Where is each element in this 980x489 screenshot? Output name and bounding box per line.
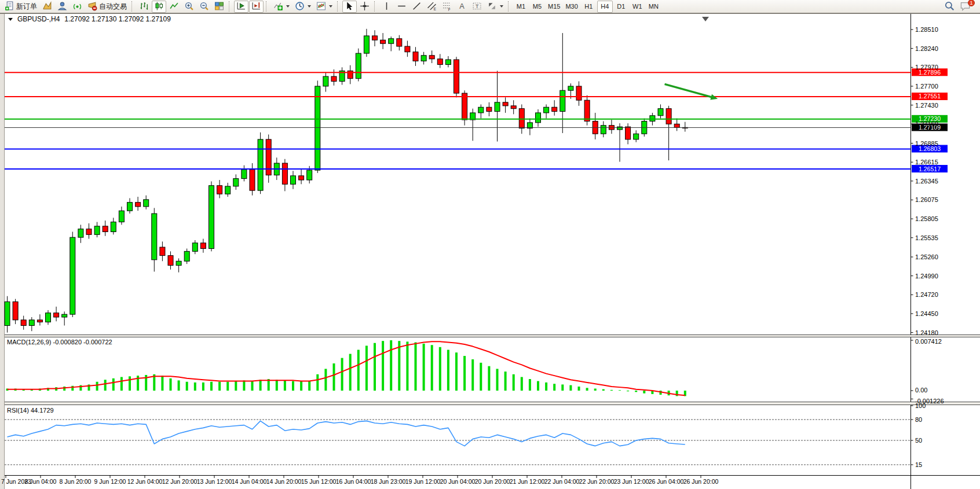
horizontal-line-button[interactable] <box>394 1 409 13</box>
toolbar-separator <box>337 1 340 12</box>
toolbar-separator <box>229 1 232 12</box>
candles-layer <box>5 29 688 333</box>
text-label-button[interactable]: T <box>470 1 484 13</box>
bar-chart-button[interactable] <box>137 1 151 13</box>
zoom-out-button[interactable] <box>197 1 211 13</box>
chart-shift-button[interactable] <box>249 1 264 13</box>
chart-profile-button[interactable] <box>40 1 54 13</box>
templates-button[interactable] <box>314 1 335 13</box>
auto-scroll-icon <box>236 1 246 12</box>
toolbar-separator <box>508 1 511 12</box>
search-button[interactable] <box>942 1 957 13</box>
zoom-in-button[interactable] <box>182 1 196 13</box>
svg-text:1.28240: 1.28240 <box>915 45 938 52</box>
horizontal-line-icon <box>397 1 407 12</box>
main-toolbar: 新订单 自动交易 <box>0 0 980 13</box>
tile-windows-button[interactable] <box>212 1 226 13</box>
chart-profile-icon <box>42 1 52 12</box>
svg-text:12 Jun 20:00: 12 Jun 20:00 <box>162 478 198 485</box>
svg-text:100: 100 <box>915 402 926 409</box>
svg-text:1.27430: 1.27430 <box>915 102 938 109</box>
new-order-button[interactable]: 新订单 <box>2 1 39 13</box>
timeframe-m1-button[interactable]: M1 <box>513 1 529 13</box>
timeframe-h4-button[interactable]: H4 <box>597 1 613 13</box>
svg-text:1.24720: 1.24720 <box>915 291 938 298</box>
candlestick-chart-button[interactable] <box>152 1 166 13</box>
tile-windows-icon <box>214 1 224 12</box>
timeframe-m5-button[interactable]: M5 <box>529 1 545 13</box>
trendline-button[interactable] <box>409 1 424 13</box>
svg-text:13 Jun 12:00: 13 Jun 12:00 <box>197 478 232 485</box>
signals-icon <box>72 1 82 12</box>
toolbar-separator <box>131 1 134 12</box>
svg-text:1.26517: 1.26517 <box>919 166 941 172</box>
bar-chart-icon <box>139 1 149 12</box>
svg-text:16 Jun 04:00: 16 Jun 04:00 <box>336 478 371 485</box>
svg-text:0.007412: 0.007412 <box>915 338 942 345</box>
autotrading-button[interactable]: 自动交易 <box>85 1 129 13</box>
svg-text:1.26075: 1.26075 <box>915 196 938 203</box>
community-button[interactable] <box>55 1 70 13</box>
clock-icon <box>295 1 305 12</box>
svg-text:80: 80 <box>915 416 922 423</box>
chart-ohlc-values: 1.27092 1.27130 1.27092 1.27109 <box>64 15 171 23</box>
timeframe-mn-button[interactable]: MN <box>646 1 661 13</box>
svg-text:14 Jun 20:00: 14 Jun 20:00 <box>266 478 302 485</box>
macd-indicator-label: MACD(12,26,9) -0.000820 -0.000722 <box>7 339 112 345</box>
arrows-button[interactable] <box>485 1 506 13</box>
svg-text:21 Jun 12:00: 21 Jun 12:00 <box>510 478 545 485</box>
rsi-layer: 100805015 <box>5 402 926 468</box>
chart-canvas[interactable]: 1.278961.275511.272301.271091.268031.265… <box>0 0 980 489</box>
chart-symbol-title: GBPUSD-,H4 <box>17 15 60 23</box>
arrows-icon <box>487 1 497 12</box>
zoom-out-icon <box>199 1 209 12</box>
svg-text:1.26345: 1.26345 <box>915 178 938 185</box>
svg-text:14 Jun 04:00: 14 Jun 04:00 <box>232 478 267 485</box>
arrow-annotation <box>665 84 718 100</box>
svg-text:E: E <box>434 6 436 10</box>
timeframe-m15-button[interactable]: M15 <box>546 1 562 13</box>
svg-text:1.25805: 1.25805 <box>915 215 938 222</box>
signals-button[interactable] <box>70 1 85 13</box>
chart-title-bar[interactable]: GBPUSD-,H4 1.27092 1.27130 1.27092 1.271… <box>5 14 329 24</box>
svg-text:A: A <box>459 2 465 10</box>
indicators-button[interactable] <box>271 1 292 13</box>
svg-text:20 Jun 20:00: 20 Jun 20:00 <box>475 478 510 485</box>
timeframe-d1-button[interactable]: D1 <box>613 1 629 13</box>
svg-text:50: 50 <box>915 437 922 444</box>
line-chart-button[interactable] <box>167 1 181 13</box>
equidistant-channel-icon: E <box>427 1 437 12</box>
timeframe-m30-button[interactable]: M30 <box>563 1 580 13</box>
templates-icon <box>316 1 326 12</box>
text-button[interactable]: A <box>455 1 469 13</box>
timeframe-w1-button[interactable]: W1 <box>630 1 645 13</box>
crosshair-button[interactable] <box>357 1 372 13</box>
equidistant-channel-button[interactable]: E <box>425 1 439 13</box>
toolbar-separator <box>374 1 377 12</box>
time-axis: 7 Jun 20238 Jun 04:008 Jun 20:009 Jun 12… <box>1 476 719 485</box>
text-label-icon: T <box>472 1 482 12</box>
trendline-icon <box>412 1 422 12</box>
auto-scroll-button[interactable] <box>234 1 248 13</box>
svg-text:T: T <box>476 3 479 9</box>
chat-button[interactable]: 1 <box>957 1 973 13</box>
fibonacci-button[interactable]: F <box>440 1 454 13</box>
svg-text:22 Jun 04:00: 22 Jun 04:00 <box>544 478 580 485</box>
autotrading-label: 自动交易 <box>99 2 127 12</box>
hlines-layer: 1.278961.275511.272301.271091.268031.265… <box>5 68 948 172</box>
new-order-icon <box>5 1 14 12</box>
cursor-button[interactable] <box>342 1 357 13</box>
svg-text:23 Jun 12:00: 23 Jun 12:00 <box>614 478 649 485</box>
svg-text:15 Jun 12:00: 15 Jun 12:00 <box>301 478 337 485</box>
svg-text:1.27700: 1.27700 <box>915 83 938 90</box>
timeframe-h1-button[interactable]: H1 <box>581 1 597 13</box>
svg-text:1.27551: 1.27551 <box>919 93 941 100</box>
new-order-label: 新订单 <box>16 2 37 12</box>
vertical-line-button[interactable] <box>379 1 394 13</box>
periods-button[interactable] <box>292 1 313 13</box>
chart-frame <box>0 13 980 489</box>
autotrading-icon <box>87 1 97 12</box>
svg-text:1.27970: 1.27970 <box>915 64 938 71</box>
chart-menu-icon[interactable] <box>8 18 13 21</box>
indicators-dropdown-icon <box>286 5 290 8</box>
